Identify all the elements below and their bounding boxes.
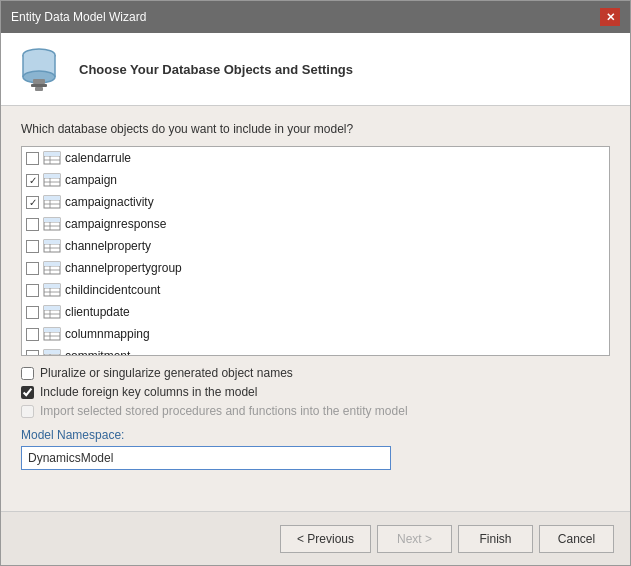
svg-rect-42 (44, 284, 60, 288)
title-bar: Entity Data Model Wizard ✕ (1, 1, 630, 33)
item-label: clientupdate (65, 305, 130, 319)
content-area: Which database objects do you want to in… (1, 106, 630, 511)
import-stored-checkbox[interactable] (21, 405, 34, 418)
table-icon (43, 261, 61, 275)
list-item[interactable]: clientupdate (22, 301, 609, 323)
item-label: commitment (65, 349, 130, 356)
svg-rect-6 (31, 84, 47, 87)
list-item[interactable]: channelproperty (22, 235, 609, 257)
list-item[interactable]: commitment (22, 345, 609, 356)
table-icon (43, 283, 61, 297)
item-checkbox[interactable] (26, 196, 39, 209)
import-stored-option-row: Import selected stored procedures and fu… (21, 404, 610, 418)
next-button[interactable]: Next > (377, 525, 452, 553)
finish-button[interactable]: Finish (458, 525, 533, 553)
table-icon (43, 195, 61, 209)
table-icon (43, 349, 61, 356)
options-section: Pluralize or singularize generated objec… (21, 366, 610, 418)
list-item[interactable]: columnmapping (22, 323, 609, 345)
svg-rect-57 (44, 350, 60, 354)
previous-button[interactable]: < Previous (280, 525, 371, 553)
item-checkbox[interactable] (26, 350, 39, 357)
pluralize-option-row: Pluralize or singularize generated objec… (21, 366, 610, 380)
list-item[interactable]: childincidentcount (22, 279, 609, 301)
table-icon (43, 173, 61, 187)
item-label: channelproperty (65, 239, 151, 253)
list-item[interactable]: campaignresponse (22, 213, 609, 235)
list-item[interactable]: calendarrule (22, 147, 609, 169)
wizard-window: Entity Data Model Wizard ✕ Choose Your D… (0, 0, 631, 566)
svg-rect-52 (44, 328, 60, 332)
svg-rect-5 (33, 79, 45, 84)
close-button[interactable]: ✕ (600, 8, 620, 26)
item-label: campaign (65, 173, 117, 187)
item-checkbox[interactable] (26, 240, 39, 253)
item-checkbox[interactable] (26, 152, 39, 165)
table-icon (43, 151, 61, 165)
item-checkbox[interactable] (26, 284, 39, 297)
foreign-key-checkbox[interactable] (21, 386, 34, 399)
database-objects-tree[interactable]: calendarrule campaign campaignactivity c… (21, 146, 610, 356)
table-icon (43, 217, 61, 231)
window-title: Entity Data Model Wizard (11, 10, 146, 24)
item-checkbox[interactable] (26, 306, 39, 319)
item-label: campaignresponse (65, 217, 166, 231)
import-stored-label: Import selected stored procedures and fu… (40, 404, 408, 418)
list-item[interactable]: channelpropertygroup (22, 257, 609, 279)
svg-rect-32 (44, 240, 60, 244)
namespace-label: Model Namespace: (21, 428, 610, 442)
foreign-key-label: Include foreign key columns in the model (40, 385, 257, 399)
item-label: calendarrule (65, 151, 131, 165)
list-item[interactable]: campaignactivity (22, 191, 609, 213)
footer: < Previous Next > Finish Cancel (1, 511, 630, 565)
list-item[interactable]: campaign (22, 169, 609, 191)
svg-rect-27 (44, 218, 60, 222)
svg-rect-7 (35, 87, 43, 91)
item-label: columnmapping (65, 327, 150, 341)
item-checkbox[interactable] (26, 218, 39, 231)
foreign-key-option-row: Include foreign key columns in the model (21, 385, 610, 399)
svg-rect-37 (44, 262, 60, 266)
table-icon (43, 327, 61, 341)
section-question: Which database objects do you want to in… (21, 122, 610, 136)
database-icon (17, 45, 65, 93)
table-icon (43, 239, 61, 253)
cancel-button[interactable]: Cancel (539, 525, 614, 553)
pluralize-label: Pluralize or singularize generated objec… (40, 366, 293, 380)
svg-rect-17 (44, 174, 60, 178)
item-label: childincidentcount (65, 283, 160, 297)
item-label: channelpropertygroup (65, 261, 182, 275)
item-checkbox[interactable] (26, 328, 39, 341)
namespace-input[interactable] (21, 446, 391, 470)
namespace-section: Model Namespace: (21, 428, 610, 470)
pluralize-checkbox[interactable] (21, 367, 34, 380)
header-section: Choose Your Database Objects and Setting… (1, 33, 630, 106)
header-title: Choose Your Database Objects and Setting… (79, 62, 353, 77)
item-label: campaignactivity (65, 195, 154, 209)
svg-rect-47 (44, 306, 60, 310)
item-checkbox[interactable] (26, 262, 39, 275)
table-icon (43, 305, 61, 319)
svg-rect-22 (44, 196, 60, 200)
svg-rect-12 (44, 152, 60, 156)
item-checkbox[interactable] (26, 174, 39, 187)
